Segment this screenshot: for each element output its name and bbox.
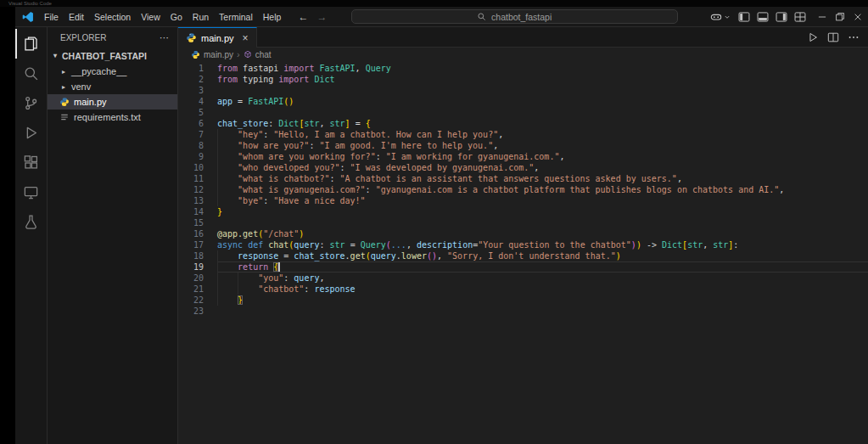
root-folder-row[interactable]: ▾ CHATBOT_FASTAPI — [48, 48, 177, 64]
editor-actions — [798, 27, 868, 48]
code-line-19[interactable]: 19 return { — [178, 261, 868, 273]
code-line-6[interactable]: 6chat_store: Dict[str, str] = { — [178, 118, 868, 129]
source-control-icon[interactable] — [15, 88, 47, 118]
code-line-2[interactable]: 2from typing import Dict — [178, 74, 868, 85]
code-line-18[interactable]: 18 response = chat_store.get(query.lower… — [178, 250, 868, 261]
menu-go[interactable]: Go — [165, 10, 188, 24]
search-icon — [477, 12, 486, 21]
code-line-14[interactable]: 14} — [178, 206, 868, 217]
minimize-button[interactable] — [817, 12, 827, 22]
explorer-item-main-py[interactable]: main.py — [48, 94, 177, 110]
split-editor-icon[interactable] — [827, 31, 839, 43]
code-line-21[interactable]: 21 "chatbot": response — [178, 284, 868, 295]
extensions-icon[interactable] — [15, 148, 47, 177]
explorer-item-requirements-txt[interactable]: requirements.txt — [48, 110, 177, 125]
customize-layout-icon[interactable] — [794, 11, 806, 23]
explorer-icon[interactable] — [15, 29, 47, 59]
breadcrumb-file[interactable]: main.py — [204, 50, 233, 59]
remote-explorer-icon[interactable] — [15, 177, 47, 207]
code-line-16[interactable]: 16@app.get("/chat") — [178, 228, 868, 239]
os-titlebar: Visual Studio Code — [0, 0, 868, 7]
menu-terminal[interactable]: Terminal — [214, 10, 258, 24]
file-label: venv — [71, 81, 91, 92]
code-line-5[interactable]: 5 — [178, 107, 868, 118]
menu-file[interactable]: File — [39, 10, 64, 24]
line-number: 23 — [178, 306, 204, 317]
toggle-panel-icon[interactable] — [757, 11, 769, 23]
explorer-more-actions-icon[interactable]: ⋯ — [160, 32, 169, 43]
line-number: 14 — [178, 206, 204, 217]
command-center-search[interactable]: chatbot_fastapi — [351, 9, 678, 24]
close-button[interactable] — [853, 12, 863, 22]
file-label: main.py — [74, 97, 107, 107]
code-content: chat_store: Dict[str, str] = { — [217, 118, 868, 129]
code-line-7[interactable]: 7 "hey": "Hello, I am a chatbot. How can… — [178, 129, 868, 140]
code-content: from fastapi import FastAPI, Query — [217, 63, 868, 74]
code-line-22[interactable]: 22 } — [178, 295, 868, 306]
code-line-10[interactable]: 10 "who developed you?": "I was develope… — [178, 162, 868, 173]
code-line-9[interactable]: 9 "whom are you working for?": "I am wor… — [178, 151, 868, 162]
chevron-right-icon: ▸ — [59, 83, 68, 91]
code-line-15[interactable]: 15 — [178, 217, 868, 228]
restore-button[interactable] — [835, 12, 845, 22]
explorer-item-venv[interactable]: ▸venv — [48, 79, 177, 94]
tab-label: main.py — [201, 33, 234, 43]
line-number: 5 — [178, 107, 204, 118]
forward-button[interactable]: → — [316, 11, 327, 23]
line-number: 13 — [178, 195, 204, 206]
code-line-3[interactable]: 3 — [178, 85, 868, 96]
menu-help[interactable]: Help — [258, 10, 287, 24]
code-line-11[interactable]: 11 "what is chatbot?": "A chatbot is an … — [178, 173, 868, 184]
breadcrumb-symbol[interactable]: chat — [255, 50, 272, 59]
line-number: 7 — [178, 129, 204, 140]
copilot-icon[interactable] — [710, 11, 731, 23]
menu-view[interactable]: View — [136, 10, 165, 24]
explorer-item--pycache-[interactable]: ▸__pycache__ — [48, 64, 177, 79]
code-line-17[interactable]: 17async def chat(query: str = Query(...,… — [178, 239, 868, 250]
chevron-right-icon: › — [237, 49, 240, 59]
search-icon[interactable] — [15, 59, 47, 88]
menu-run[interactable]: Run — [188, 10, 214, 24]
code-line-4[interactable]: 4app = FastAPI() — [178, 96, 868, 107]
code-line-13[interactable]: 13 "bye": "Have a nice day!" — [178, 195, 868, 206]
code-content — [217, 107, 868, 118]
code-line-8[interactable]: 8 "how are you?": "I am good. I'm here t… — [178, 140, 868, 151]
file-label: __pycache__ — [71, 66, 126, 76]
menu-selection[interactable]: Selection — [89, 10, 136, 24]
back-button[interactable]: ← — [298, 11, 308, 23]
code-line-1[interactable]: 1from fastapi import FastAPI, Query — [178, 63, 868, 74]
code-content — [217, 306, 868, 317]
titlebar-right — [702, 11, 863, 23]
toggle-secondary-sidebar-icon[interactable] — [776, 11, 787, 23]
breadcrumb: main.py › chat — [178, 48, 868, 61]
code-line-12[interactable]: 12 "what is gyanugenai.com?": "gyanugena… — [178, 184, 868, 195]
code-content: "chatbot": response — [217, 284, 868, 295]
window-controls — [817, 12, 863, 22]
code-line-23[interactable]: 23 — [178, 306, 868, 317]
activity-bar — [15, 27, 48, 444]
run-debug-icon[interactable] — [15, 118, 47, 148]
run-python-file-icon[interactable] — [807, 31, 819, 43]
code-content: from typing import Dict — [217, 74, 868, 85]
indent-guide — [238, 284, 238, 295]
code-line-20[interactable]: 20 "you": query, — [178, 273, 868, 284]
line-number: 21 — [178, 284, 204, 295]
line-number: 11 — [178, 173, 204, 184]
line-number: 6 — [178, 118, 204, 129]
testing-icon[interactable] — [15, 207, 47, 237]
code-content: @app.get("/chat") — [217, 228, 868, 239]
line-number: 9 — [178, 151, 204, 162]
code-content: response = chat_store.get(query.lower(),… — [217, 250, 868, 261]
python-file-icon — [186, 32, 197, 43]
line-number: 2 — [178, 74, 204, 85]
tab-main-py[interactable]: main.py × — [178, 27, 257, 48]
menu-edit[interactable]: Edit — [64, 10, 89, 24]
more-actions-icon[interactable] — [848, 31, 860, 43]
toggle-primary-sidebar-icon[interactable] — [738, 11, 750, 23]
close-tab-icon[interactable]: × — [243, 33, 249, 43]
window-title: Visual Studio Code — [8, 1, 52, 6]
titlebar-center: chatbot_fastapi — [328, 9, 700, 24]
code-lines[interactable]: 1from fastapi import FastAPI, Query2from… — [178, 61, 868, 444]
line-number: 4 — [178, 96, 204, 107]
tab-bar: main.py × — [178, 27, 868, 48]
